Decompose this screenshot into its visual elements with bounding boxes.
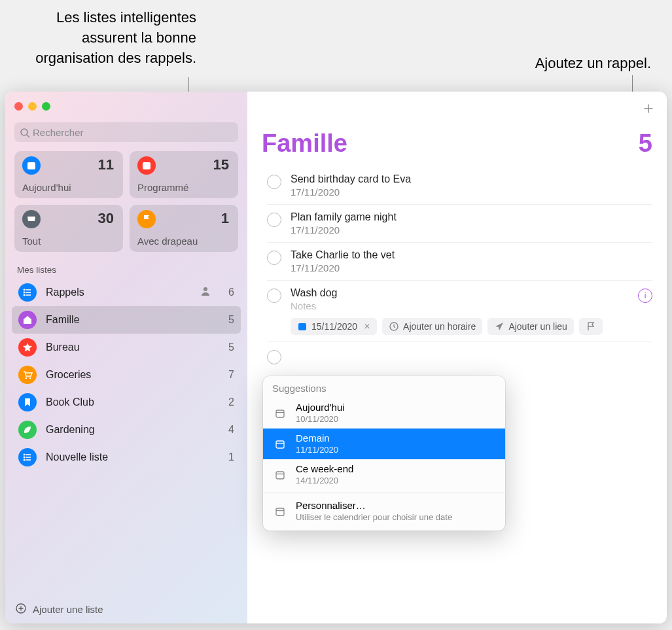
list-name: Gardening: [46, 424, 221, 436]
sidebar-list-nouvelle-liste[interactable]: Nouvelle liste1: [12, 444, 241, 471]
fullscreen-window-button[interactable]: [42, 102, 50, 111]
smart-list-count: 11: [98, 156, 114, 173]
sidebar-list-book-club[interactable]: Book Club2: [12, 389, 241, 416]
smart-list-aujourd'hui[interactable]: 11Aujourd'hui: [14, 151, 123, 198]
reminder-date: 17/11/2020: [291, 262, 652, 273]
svg-point-9: [24, 294, 24, 295]
sidebar-list-rappels[interactable]: Rappels6: [12, 279, 241, 306]
suggestion-sub: 14/11/2020: [296, 476, 496, 486]
reminder-notes-field[interactable]: Notes: [291, 300, 638, 311]
smart-list-count: 1: [221, 210, 229, 227]
info-button[interactable]: i: [638, 289, 652, 303]
sidebar-list-famille[interactable]: Famille5: [12, 306, 241, 334]
sidebar-list-gardening[interactable]: Gardening4: [12, 416, 241, 444]
reminder-title: Send birthday card to Eva: [291, 173, 652, 185]
list-name: Rappels: [46, 287, 200, 298]
svg-rect-30: [276, 472, 284, 479]
date-chip[interactable]: 15/11/2020✕: [291, 318, 377, 335]
svg-point-0: [21, 129, 27, 135]
svg-rect-28: [276, 441, 284, 448]
search-input[interactable]: Rechercher: [14, 122, 238, 142]
my-lists: Rappels6Famille5Bureau5Groceries7Book Cl…: [5, 277, 247, 472]
annotation-smart-lists: Les listes intelligentes assurent la bon…: [13, 8, 196, 68]
svg-point-11: [26, 377, 27, 379]
reminder-chips: 15/11/2020✕Ajouter un horaireAjouter un …: [291, 318, 638, 335]
reminder-row[interactable]: Take Charlie to the vet17/11/2020: [267, 243, 652, 281]
suggestions-header: Suggestions: [263, 380, 505, 398]
home-icon: [18, 311, 37, 329]
suggestion-custom[interactable]: Personnaliser… Utiliser le calendrier po…: [263, 496, 505, 527]
smart-list-avec-drapeau[interactable]: 1Avec drapeau: [130, 205, 238, 252]
list-count: 5: [639, 130, 652, 158]
suggestion-title: Personnaliser…: [296, 500, 496, 512]
add-reminder-button[interactable]: [643, 101, 654, 118]
calendar-icon: [272, 470, 288, 480]
complete-checkbox[interactable]: [267, 213, 281, 227]
minimize-window-button[interactable]: [28, 102, 37, 111]
section-header-my-lists: Mes listes: [5, 258, 247, 277]
add-time-chip[interactable]: Ajouter un horaire: [382, 318, 482, 335]
leaf-icon: [18, 421, 37, 439]
smart-list-label: Programmé: [137, 182, 188, 193]
list-count: 7: [221, 369, 234, 381]
sidebar-list-bureau[interactable]: Bureau5: [12, 334, 241, 361]
bookmark-icon: [18, 393, 37, 411]
complete-checkbox[interactable]: [267, 251, 281, 265]
svg-rect-32: [276, 508, 284, 516]
suggestion-item[interactable]: Aujourd'hui10/11/2020: [263, 398, 505, 429]
complete-checkbox[interactable]: [267, 350, 281, 364]
window-controls: [5, 98, 247, 117]
calendar-icon: [137, 156, 156, 175]
smart-list-tout[interactable]: 30Tout: [14, 205, 123, 252]
suggestion-item[interactable]: Demain11/11/2020: [263, 429, 505, 459]
list-name: Nouvelle liste: [46, 451, 221, 463]
suggestion-sub: 11/11/2020: [296, 445, 496, 455]
reminder-row[interactable]: Wash dogNotes15/11/2020✕Ajouter un horai…: [267, 281, 652, 342]
calendar-icon: [272, 506, 288, 517]
complete-checkbox[interactable]: [267, 289, 281, 303]
svg-point-7: [24, 289, 24, 290]
divider: [263, 493, 505, 493]
complete-checkbox[interactable]: [267, 175, 281, 189]
smart-list-count: 30: [98, 210, 114, 227]
smart-list-label: Tout: [22, 236, 41, 247]
inbox-icon: [22, 210, 41, 228]
shared-icon: [200, 286, 211, 299]
suggestion-item[interactable]: Ce week-end14/11/2020: [263, 459, 505, 490]
flag-chip[interactable]: [579, 318, 603, 335]
reminder-row[interactable]: Plan family game night17/11/2020: [267, 205, 652, 243]
reminder-date: 17/11/2020: [291, 224, 652, 236]
reminder-date: 17/11/2020: [291, 186, 652, 198]
svg-point-16: [24, 454, 24, 455]
list-count: 4: [221, 424, 234, 436]
reminder-title: Wash dog: [291, 287, 638, 299]
flag-icon: [137, 210, 156, 228]
reminder-title: Plan family game night: [291, 211, 652, 223]
date-suggestions-popover: Suggestions Aujourd'hui10/11/2020Demain1…: [263, 376, 505, 531]
calendar-icon: [272, 439, 288, 449]
cart-icon: [18, 366, 37, 384]
star-icon: [18, 338, 37, 357]
sidebar: Rechercher 11Aujourd'hui15Programmé30Tou…: [5, 92, 247, 623]
add-location-chip[interactable]: Ajouter un lieu: [487, 318, 574, 335]
list-icon: [18, 283, 37, 302]
plus-circle-icon: [16, 603, 26, 616]
add-list-label: Ajouter une liste: [33, 604, 103, 615]
smart-lists-grid: 11Aujourd'hui15Programmé30Tout1Avec drap…: [5, 151, 247, 258]
smart-list-programmé[interactable]: 15Programmé: [130, 151, 238, 198]
svg-point-18: [24, 459, 24, 460]
list-name: Book Club: [46, 396, 221, 408]
calendar-icon: [22, 156, 41, 175]
list-name: Bureau: [46, 341, 221, 353]
new-reminder-row[interactable]: [267, 342, 652, 371]
calendar-icon: [272, 408, 288, 419]
sidebar-list-groceries[interactable]: Groceries7: [12, 361, 241, 389]
add-list-button[interactable]: Ajouter une liste: [5, 595, 247, 623]
svg-rect-2: [27, 162, 35, 169]
search-icon: [20, 128, 29, 137]
close-window-button[interactable]: [14, 102, 23, 111]
clear-date-icon[interactable]: ✕: [364, 322, 370, 331]
reminder-row[interactable]: Send birthday card to Eva17/11/2020: [267, 167, 652, 205]
list-header: Famille 5: [262, 130, 652, 158]
list-count: 5: [221, 314, 234, 326]
